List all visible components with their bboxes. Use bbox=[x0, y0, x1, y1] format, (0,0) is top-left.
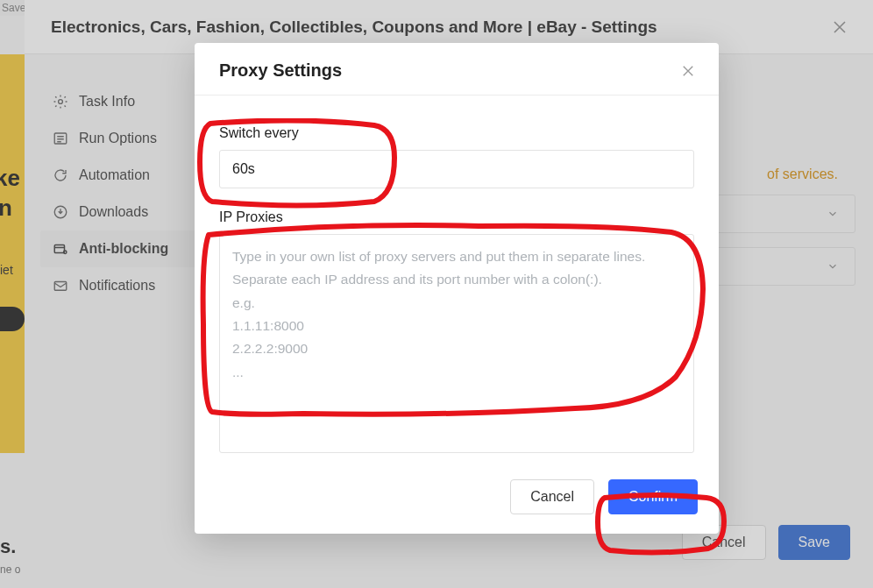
ip-proxies-textarea[interactable] bbox=[219, 234, 694, 453]
modal-footer: Cancel Confirm bbox=[195, 465, 719, 534]
ip-proxies-label: IP Proxies bbox=[219, 209, 694, 225]
proxy-settings-modal: Proxy Settings Switch every IP Proxies C… bbox=[195, 43, 719, 534]
modal-body: Switch every IP Proxies bbox=[195, 96, 719, 465]
close-modal-button[interactable] bbox=[682, 65, 694, 77]
modal-header: Proxy Settings bbox=[195, 43, 719, 96]
modal-title: Proxy Settings bbox=[219, 60, 342, 81]
switch-every-input[interactable] bbox=[219, 150, 694, 188]
modal-confirm-button[interactable]: Confirm bbox=[608, 479, 698, 514]
modal-cancel-button[interactable]: Cancel bbox=[510, 479, 594, 514]
switch-every-label: Switch every bbox=[219, 125, 694, 141]
